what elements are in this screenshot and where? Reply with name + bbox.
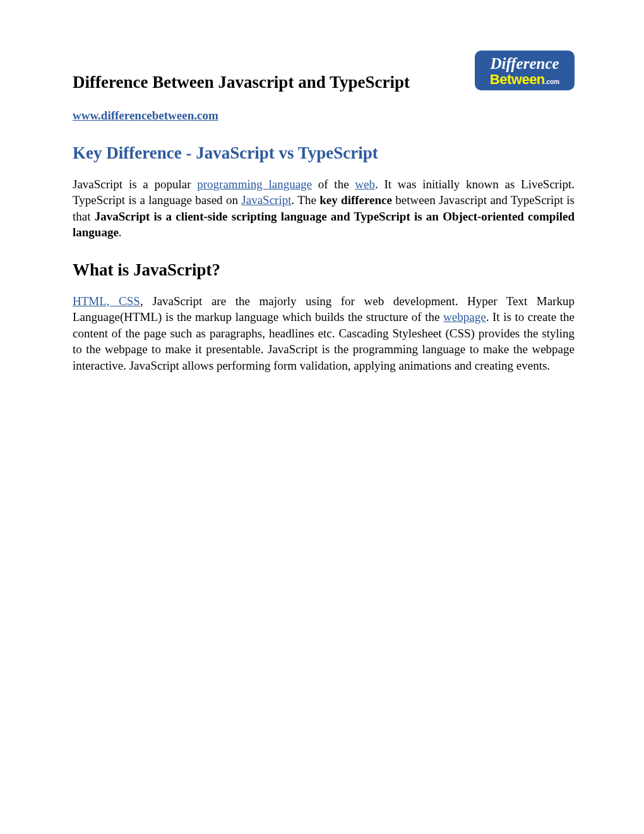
text-segment: JavaScript is a popular	[73, 178, 197, 191]
text-segment: .	[119, 226, 122, 239]
what-is-javascript-heading: What is JavaScript?	[73, 258, 575, 281]
key-difference-heading: Key Difference - JavaScript vs TypeScrip…	[73, 142, 575, 164]
logo-suffix-text: .com	[545, 78, 559, 85]
logo-line1-text: Difference	[481, 56, 568, 72]
what-is-javascript-paragraph: HTML, CSS, JavaScript are the majorly us…	[73, 293, 575, 374]
logo-line2-text: Between	[490, 71, 545, 87]
webpage-link[interactable]: webpage	[443, 310, 486, 323]
bold-statement: JavaScript is a client-side scripting la…	[73, 210, 575, 239]
key-difference-paragraph: JavaScript is a popular programming lang…	[73, 176, 575, 241]
html-css-link[interactable]: HTML, CSS	[73, 294, 140, 308]
logo-line2-wrap: Between.com	[481, 72, 568, 87]
bold-key-difference: key difference	[319, 193, 392, 207]
web-link[interactable]: web	[355, 178, 375, 191]
javascript-link[interactable]: JavaScript	[241, 193, 291, 207]
site-logo-badge: Difference Between.com	[475, 51, 575, 90]
site-url-link[interactable]: www.differencebetween.com	[73, 109, 218, 122]
text-segment: of the	[312, 178, 355, 191]
text-segment: . The	[291, 193, 319, 207]
programming-language-link[interactable]: programming language	[197, 178, 312, 191]
page-title: Difference Between Javascript and TypeSc…	[73, 51, 410, 94]
header-row: Difference Between Javascript and TypeSc…	[73, 51, 575, 94]
